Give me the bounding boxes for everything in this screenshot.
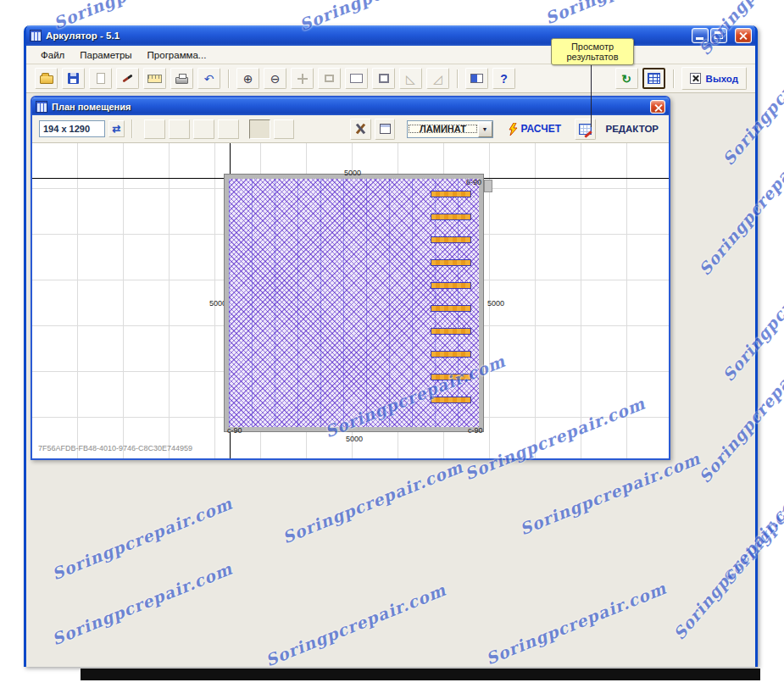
maximize-button[interactable] xyxy=(710,28,727,43)
grid-pencil-icon xyxy=(579,124,592,135)
annotation-pointer-line xyxy=(591,65,592,127)
tooltip-line1: Просмотр xyxy=(571,42,614,52)
tool-button[interactable] xyxy=(116,68,139,89)
toolbar-separator xyxy=(673,69,674,88)
toolbar-separator xyxy=(228,69,229,88)
exit-x-icon xyxy=(690,73,701,84)
pattern-yellow-button[interactable] xyxy=(193,119,214,139)
dim-bottom: 5000 xyxy=(346,435,363,443)
minimize-button[interactable] xyxy=(692,28,709,43)
laminate-plank xyxy=(431,191,471,197)
undo-icon: ↶ xyxy=(204,73,214,85)
ruler-icon xyxy=(147,75,162,83)
editor-button[interactable]: РЕДАКТОР xyxy=(603,122,663,136)
material-dropdown-button[interactable]: ▼ xyxy=(478,121,492,137)
pan-button[interactable] xyxy=(291,68,314,89)
rect-filled-button[interactable] xyxy=(372,68,395,89)
zoom-out-icon: ⊖ xyxy=(270,73,281,85)
pattern-stripes-button[interactable] xyxy=(274,119,295,139)
app-icon xyxy=(30,30,42,42)
calc-label: РАСЧЕТ xyxy=(521,123,561,135)
help-button[interactable]: ? xyxy=(492,68,515,89)
maximize-icon xyxy=(714,31,723,39)
zoom-in-icon: ⊕ xyxy=(243,73,253,85)
laminate-plank xyxy=(431,374,471,380)
tooltip-line2: результатов xyxy=(566,52,618,62)
door-marker xyxy=(484,180,492,192)
pan-icon xyxy=(297,74,308,84)
menu-parameters[interactable]: Параметры xyxy=(72,47,139,63)
dimensions-button[interactable] xyxy=(143,68,166,89)
refresh-icon: ↻ xyxy=(621,73,631,85)
help-icon: ? xyxy=(500,73,508,85)
pattern-grid-button[interactable] xyxy=(144,119,165,139)
document-button[interactable] xyxy=(89,68,112,89)
triangle-left-button[interactable]: ◺ xyxy=(399,68,422,89)
results-table-icon xyxy=(648,73,660,84)
zoom-out-button[interactable]: ⊖ xyxy=(264,68,286,89)
plan-window-icon xyxy=(36,101,47,113)
watermark-text: Soringpcrepair.com xyxy=(542,0,728,27)
sheet-icon xyxy=(380,124,391,134)
split-window-icon xyxy=(470,74,483,83)
plan-toolbar: ⇄ ЛАМИНАТ ▼ РАСЧЕТ xyxy=(32,115,669,143)
app-window: Аркулятор - 5.1 Файл Параметры Программа… xyxy=(24,25,758,667)
print-button[interactable] xyxy=(170,68,193,89)
bottom-strip xyxy=(81,669,760,680)
laminate-plank xyxy=(431,236,471,243)
lightning-icon xyxy=(509,123,518,136)
plan-close-button[interactable] xyxy=(650,100,665,114)
material-select[interactable]: ЛАМИНАТ ▼ xyxy=(407,120,492,138)
tools-button[interactable] xyxy=(350,119,371,140)
pattern-laminate-button[interactable] xyxy=(249,119,270,139)
pattern-dense-button[interactable] xyxy=(218,119,239,139)
dim-bottom-left: c-90 xyxy=(227,426,242,435)
pattern-vstripes-button[interactable] xyxy=(169,119,190,139)
annotation-tooltip: Просмотр результатов xyxy=(551,38,634,65)
size-input[interactable] xyxy=(39,120,105,137)
laminate-plank xyxy=(431,214,471,220)
toolbar-separator xyxy=(457,69,458,88)
laminate-plank xyxy=(431,259,471,266)
dim-bottom-right: c-90 xyxy=(468,426,483,435)
close-button[interactable] xyxy=(735,28,752,43)
open-button[interactable] xyxy=(35,68,58,89)
menu-file[interactable]: Файл xyxy=(33,47,72,63)
view-results-button[interactable] xyxy=(575,119,596,140)
app-titlebar[interactable]: Аркулятор - 5.1 xyxy=(26,25,755,46)
rectangle-icon xyxy=(350,74,363,83)
menu-program[interactable]: Программа... xyxy=(140,47,214,63)
room-fill xyxy=(229,179,479,427)
project-guid: 7F56AFDB-FB48-4010-9746-C8C30E744959 xyxy=(38,444,192,452)
dim-top-right: 6-90 xyxy=(466,178,481,186)
laminate-plank xyxy=(431,305,471,312)
save-button[interactable] xyxy=(62,68,85,89)
zoom-in-button[interactable]: ⊕ xyxy=(236,68,259,89)
laminate-plank xyxy=(431,328,471,335)
open-folder-icon xyxy=(40,75,53,84)
apply-size-button[interactable]: ⇄ xyxy=(108,120,125,137)
exit-button[interactable]: Выход xyxy=(681,67,747,90)
refresh-button[interactable]: ↻ xyxy=(615,68,638,89)
sheet-button[interactable] xyxy=(375,119,396,140)
fit-button[interactable] xyxy=(318,68,341,89)
main-toolbar: ↶ ⊕ ⊖ ◺ ◿ ? ↻ Выход xyxy=(26,64,755,93)
plan-canvas[interactable]: 5000 5000 6-90 5000 5000 c-90 c-90 7F56A… xyxy=(32,143,669,458)
laminate-plank xyxy=(431,282,471,289)
tools-icon xyxy=(354,123,367,135)
calc-button[interactable]: РАСЧЕТ xyxy=(505,121,564,137)
minimize-icon xyxy=(696,37,703,40)
menubar: Файл Параметры Программа... xyxy=(26,46,755,64)
page-icon xyxy=(97,73,105,84)
rectangle2-icon xyxy=(379,74,389,83)
results-button[interactable] xyxy=(642,68,665,89)
desktop: Аркулятор - 5.1 Файл Параметры Программа… xyxy=(0,0,784,688)
undo-button[interactable]: ↶ xyxy=(197,68,220,89)
save-icon xyxy=(68,73,79,84)
rect-outline-button[interactable] xyxy=(345,68,368,89)
swap-icon: ⇄ xyxy=(113,123,121,135)
plan-window-title: План помещения xyxy=(52,102,642,112)
triangle-right-button[interactable]: ◿ xyxy=(426,68,449,89)
plan-titlebar[interactable]: План помещения xyxy=(32,97,669,115)
layout-button[interactable] xyxy=(465,68,488,89)
